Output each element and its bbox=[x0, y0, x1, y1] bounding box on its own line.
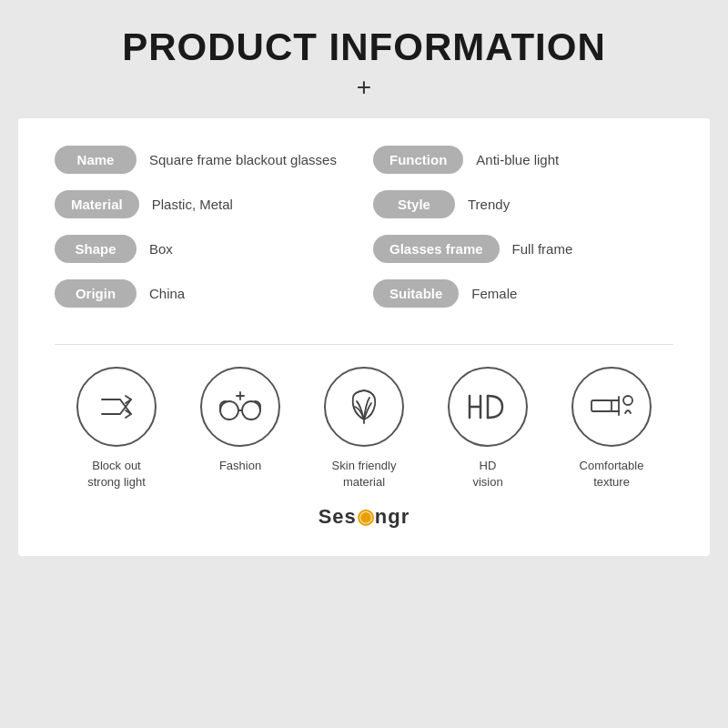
feature-comfortable: Comfortabletexture bbox=[561, 367, 662, 490]
value-glasses-frame: Full frame bbox=[512, 241, 573, 257]
feature-label-fashion: Fashion bbox=[219, 458, 261, 474]
value-shape: Box bbox=[149, 241, 173, 257]
feature-circle-hd bbox=[448, 367, 528, 447]
brand: Ses◉ngr bbox=[55, 505, 673, 529]
label-shape: Shape bbox=[55, 235, 136, 263]
brand-text: Ses◉ngr bbox=[318, 505, 410, 528]
header-section: PRODUCT INFORMATION + bbox=[0, 0, 728, 118]
feature-label-hd-vision: HDvision bbox=[472, 458, 502, 490]
feature-label-skin-friendly: Skin friendlymaterial bbox=[332, 458, 397, 490]
plus-sign: + bbox=[18, 73, 710, 102]
hd-icon bbox=[464, 389, 511, 425]
feature-circle-skin-friendly bbox=[324, 367, 404, 447]
divider bbox=[55, 344, 673, 345]
texture-icon bbox=[586, 388, 637, 426]
label-origin: Origin bbox=[55, 279, 136, 308]
value-suitable: Female bbox=[471, 286, 517, 301]
label-name: Name bbox=[55, 146, 136, 174]
svg-point-12 bbox=[623, 396, 632, 405]
info-row-suitable: Suitable Female bbox=[373, 279, 673, 308]
svg-point-0 bbox=[220, 401, 238, 420]
feature-hd-vision: HDvision bbox=[438, 367, 538, 490]
feature-label-comfortable: Comfortabletexture bbox=[580, 458, 644, 490]
info-row-shape: Shape Box bbox=[55, 235, 355, 263]
brand-dot-1: ◉ bbox=[357, 505, 375, 528]
label-material: Material bbox=[55, 190, 139, 218]
feature-circle-fashion bbox=[200, 367, 280, 447]
svg-rect-8 bbox=[592, 400, 612, 411]
label-function: Function bbox=[373, 146, 463, 174]
value-style: Trendy bbox=[468, 197, 510, 212]
info-row-name: Name Square frame blackout glasses bbox=[55, 146, 355, 174]
shuffle-icon bbox=[95, 385, 138, 429]
info-grid: Name Square frame blackout glasses Funct… bbox=[55, 146, 673, 308]
label-style: Style bbox=[373, 190, 455, 218]
page-title: PRODUCT INFORMATION bbox=[18, 25, 710, 69]
features-row: Block outstrong light Fashion bbox=[55, 367, 673, 490]
feather-icon bbox=[344, 385, 384, 429]
label-suitable: Suitable bbox=[373, 279, 459, 308]
value-name: Square frame blackout glasses bbox=[149, 152, 337, 167]
info-row-function: Function Anti-blue light bbox=[373, 146, 673, 174]
feature-label-block-out: Block outstrong light bbox=[87, 458, 146, 490]
feature-fashion: Fashion bbox=[190, 367, 290, 474]
value-material: Plastic, Metal bbox=[152, 197, 233, 212]
feature-circle-comfortable bbox=[571, 367, 652, 447]
label-glasses-frame: Glasses frame bbox=[373, 235, 500, 263]
glasses-icon bbox=[217, 385, 264, 429]
feature-circle-block-out bbox=[76, 367, 157, 447]
feature-skin-friendly: Skin friendlymaterial bbox=[314, 367, 414, 490]
info-row-style: Style Trendy bbox=[373, 190, 673, 218]
value-function: Anti-blue light bbox=[476, 152, 559, 167]
svg-point-1 bbox=[242, 401, 260, 420]
product-info-card: Name Square frame blackout glasses Funct… bbox=[18, 118, 710, 556]
feature-block-out: Block outstrong light bbox=[66, 367, 167, 490]
info-row-origin: Origin China bbox=[55, 279, 355, 308]
value-origin: China bbox=[149, 286, 185, 301]
info-row-material: Material Plastic, Metal bbox=[55, 190, 355, 218]
info-row-glasses-frame: Glasses frame Full frame bbox=[373, 235, 673, 263]
